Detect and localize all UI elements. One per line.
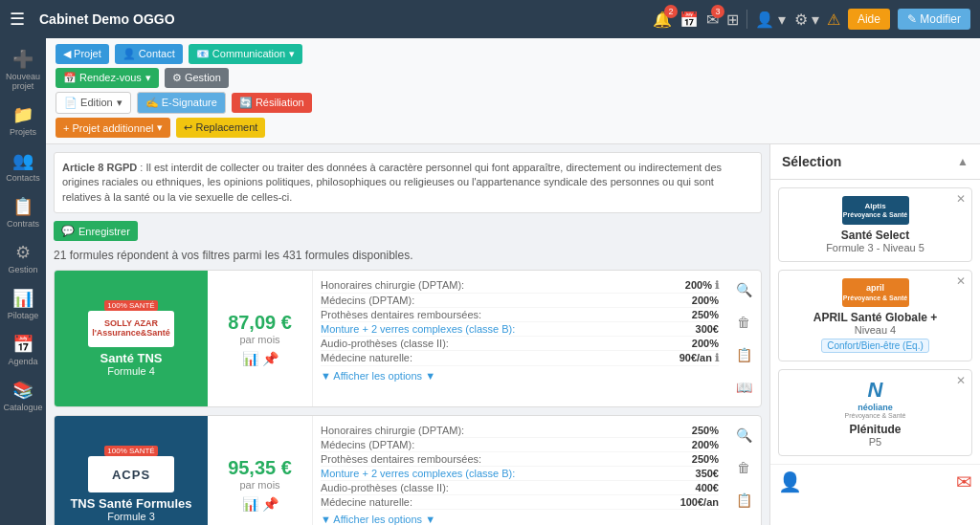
esignature-button[interactable]: ✍ E-Signature <box>137 92 226 114</box>
solly-logo: SOLLY AZARl'Assurance&Santé <box>88 311 174 347</box>
formula-price-icons-1: 📊 📌 <box>242 351 278 366</box>
contracts-icon: 📋 <box>12 196 33 217</box>
left-panel: Article 8 RGPD : Il est interdit de coll… <box>46 144 769 525</box>
resiliation-button[interactable]: 🔄 Résiliation <box>232 93 312 113</box>
user-menu[interactable]: 👤 ▾ <box>755 11 786 29</box>
detail-row: Prothèses dentaires remboursées:250% <box>321 452 719 467</box>
sidebar-item-nouveau-projet[interactable]: ➕ Nouveau projet <box>2 43 44 97</box>
formula-price-1: 87,09 € <box>228 312 292 334</box>
sidebar-label-contacts: Contacts <box>6 173 40 183</box>
hamburger-icon[interactable]: ☰ <box>10 9 25 30</box>
search-icon-1[interactable]: 🔍 <box>730 276 757 303</box>
aide-button[interactable]: Aide <box>848 9 890 30</box>
sidebar-item-pilotage[interactable]: 📊 Pilotage <box>2 282 44 326</box>
sidebar-item-contacts[interactable]: 👥 Contacts <box>2 144 44 188</box>
rgpd-title: Article 8 RGPD <box>62 162 137 173</box>
trash-icon-2[interactable]: 🗑 <box>730 454 757 481</box>
settings-menu[interactable]: ⚙ ▾ <box>794 11 819 29</box>
edition-button[interactable]: 📄 Edition <box>56 92 131 114</box>
bookmark-icon-1[interactable]: 📌 <box>262 351 278 366</box>
book-icon-2[interactable]: 📖 <box>730 519 757 525</box>
sel-sub-2: Niveau 4 <box>787 324 964 336</box>
rdv-button[interactable]: 📅 Rendez-vous <box>56 68 159 88</box>
trash-icon-1[interactable]: 🗑 <box>730 309 757 336</box>
copy-icon-2[interactable]: 📋 <box>730 487 757 514</box>
chart-icon-1[interactable]: 📊 <box>242 351 258 366</box>
top-bar-actions: 🔔 2 📅 ✉ 3 ⊞ 👤 ▾ ⚙ ▾ ⚠ Aide ✎ Modifier <box>653 9 970 30</box>
formula-price-suffix-2: par mois <box>239 479 279 491</box>
sidebar-label-contrats: Contrats <box>7 219 39 229</box>
sidebar-item-agenda[interactable]: 📅 Agenda <box>2 328 44 372</box>
toolbar-row-3: 📄 Edition ✍ E-Signature 🔄 Résiliation <box>56 92 970 114</box>
acps-logo: ACPS <box>88 456 174 492</box>
sidebar-item-gestion[interactable]: ⚙ Gestion <box>2 236 44 280</box>
detail-row: Monture + 2 verres complexes (classe B):… <box>321 467 719 481</box>
modifier-button[interactable]: ✎ Modifier <box>898 9 970 30</box>
detail-row: Monture + 2 verres complexes (classe B):… <box>321 322 719 337</box>
sidebar-item-projets[interactable]: 📁 Projets <box>2 98 44 142</box>
projet-add-button[interactable]: + Projet additionnel <box>56 118 170 138</box>
replacement-button[interactable]: ↩ Replacement <box>176 118 265 138</box>
formula-name-1: Santé TNS <box>100 351 162 365</box>
formula-price-2: 95,35 € <box>228 457 292 479</box>
selection-item-1: ✕ AlptisPrévoyance & Santé Santé Select … <box>778 187 972 262</box>
app-title: Cabinet Demo OGGO <box>39 11 643 27</box>
selection-header: Sélection ▲ <box>770 144 980 180</box>
compare-icon[interactable]: 👤 <box>778 470 802 493</box>
toolbar-row-2: 📅 Rendez-vous ⚙ Gestion <box>56 68 970 88</box>
sante-badge-1: 100% SANTÉ <box>104 300 157 311</box>
info-icon-2[interactable]: ℹ <box>715 352 719 363</box>
mail-badge: 3 <box>711 5 724 18</box>
sel-name-3: Plénitude <box>787 423 964 436</box>
notifications-icon[interactable]: 🔔 2 <box>653 11 672 29</box>
sidebar-item-contrats[interactable]: 📋 Contrats <box>2 190 44 234</box>
mail-icon[interactable]: ✉ 3 <box>706 11 719 29</box>
detail-row: Médecine naturelle:100€/an <box>321 495 719 510</box>
sel-badge-2: Confort/Bien-être (Eq.) <box>821 339 929 353</box>
search-icon-2[interactable]: 🔍 <box>730 422 757 448</box>
bookmark-icon-2[interactable]: 📌 <box>262 496 278 512</box>
close-neoliane[interactable]: ✕ <box>956 374 966 387</box>
book-icon-1[interactable]: 📖 <box>730 374 757 401</box>
info-icon[interactable]: ℹ <box>715 279 719 291</box>
mail-action-icon[interactable]: ✉ <box>956 470 972 493</box>
gestion-button[interactable]: ⚙ Gestion <box>165 68 229 88</box>
sidebar-label-nouveau: Nouveau projet <box>6 72 40 91</box>
sidebar-label-gestion: Gestion <box>8 265 37 274</box>
show-options-2[interactable]: ▼ Afficher les options ▼ <box>321 514 435 525</box>
top-bar: ☰ Cabinet Demo OGGO 🔔 2 📅 ✉ 3 ⊞ 👤 ▾ ⚙ ▾ … <box>0 0 980 38</box>
bottom-actions: 👤 ✉ <box>770 464 980 499</box>
formula-brand-2: 100% SANTÉ ACPS TNS Santé Formules Formu… <box>55 416 208 525</box>
close-april[interactable]: ✕ <box>956 274 966 288</box>
copy-icon-1[interactable]: 📋 <box>730 341 757 368</box>
detail-row: Audio-prothèses (classe II):400€ <box>321 481 719 495</box>
detail-row: Prothèses dentaires remboursées:250% <box>321 308 719 322</box>
neoliane-logo: N néoliane Prévoyance & Santé <box>787 378 964 419</box>
alptis-logo: AlptisPrévoyance & Santé <box>842 196 909 225</box>
detail-row: Honoraires chirurgie (DPTAM):200% ℹ <box>321 278 719 294</box>
new-project-icon: ➕ <box>12 49 33 70</box>
enregistrer-button[interactable]: 💬 Enregistrer <box>54 221 138 241</box>
selection-item-2: ✕ aprilPrévoyance & Santé APRIL Santé Gl… <box>778 270 972 361</box>
notification-badge: 2 <box>664 5 678 18</box>
contact-button[interactable]: 👤 Contact <box>115 44 183 64</box>
calendar-icon[interactable]: 📅 <box>679 11 699 29</box>
communication-button[interactable]: 📧 Communication <box>189 44 302 64</box>
detail-row: Médecine naturelle:90€/an ℹ <box>321 351 719 366</box>
sidebar-item-catalogue[interactable]: 📚 Catalogue <box>2 374 44 418</box>
formula-brand-1: 100% SANTÉ SOLLY AZARl'Assurance&Santé S… <box>55 271 208 406</box>
close-alptis[interactable]: ✕ <box>956 192 966 206</box>
main-content: Article 8 RGPD : Il est interdit de coll… <box>46 144 980 525</box>
sidebar-label-agenda: Agenda <box>8 357 37 366</box>
collapse-icon[interactable]: ▲ <box>957 155 969 168</box>
projet-button[interactable]: ◀ Projet <box>56 44 109 64</box>
formula-price-area-2: 95,35 € par mois 📊 📌 <box>208 416 313 525</box>
formula-card-1: 100% SANTÉ SOLLY AZARl'Assurance&Santé S… <box>54 270 762 407</box>
detail-row: Médecins (DPTAM):200% <box>321 438 719 452</box>
rgpd-text: : Il est interdit de collecter ou traite… <box>62 162 722 203</box>
grid-icon[interactable]: ⊞ <box>726 11 739 29</box>
show-options-1[interactable]: ▼ Afficher les options ▼ <box>321 370 435 382</box>
sidebar-label-pilotage: Pilotage <box>8 311 39 320</box>
chart-icon-2[interactable]: 📊 <box>242 496 258 512</box>
warning-icon[interactable]: ⚠ <box>827 11 840 29</box>
